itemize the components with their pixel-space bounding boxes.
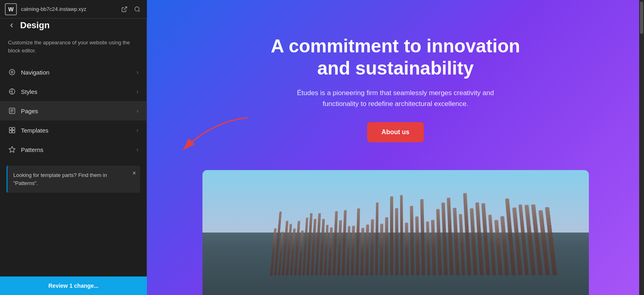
svg-marker-12 — [9, 147, 15, 152]
louver-bar — [346, 226, 351, 276]
svg-rect-9 — [12, 127, 15, 130]
louver-bar — [458, 214, 465, 275]
top-bar-icons — [120, 4, 142, 14]
louver-bar — [375, 202, 378, 275]
navigation-label: Navigation — [21, 69, 132, 76]
svg-point-1 — [9, 69, 15, 75]
review-changes-bar[interactable]: Review 1 change... — [0, 276, 147, 295]
pages-chevron: › — [136, 108, 138, 114]
louver-bar — [328, 227, 333, 276]
templates-label: Templates — [21, 127, 132, 134]
templates-chevron: › — [136, 127, 138, 133]
pages-label: Pages — [21, 108, 132, 114]
louver-bar — [446, 197, 453, 275]
patterns-label: Patterns — [21, 146, 132, 153]
back-button[interactable] — [8, 22, 15, 29]
notification-box: Looking for template parts? Find them in… — [6, 166, 140, 193]
louver-bar — [420, 199, 425, 275]
patterns-chevron: › — [136, 146, 138, 153]
louver-bar — [370, 219, 374, 276]
louver-bar — [410, 206, 414, 276]
hero-title: A commitment to innovation and sustainab… — [255, 35, 537, 79]
review-changes-label: Review 1 change... — [48, 283, 99, 289]
louver-bar — [436, 209, 442, 275]
sidebar-item-templates[interactable]: Templates › — [0, 120, 147, 140]
louver-bar — [351, 226, 355, 275]
notification-close-button[interactable]: × — [132, 170, 136, 177]
main-preview: A commitment to innovation and sustainab… — [147, 0, 644, 295]
external-link-icon[interactable] — [120, 4, 129, 14]
sidebar-title: Design — [20, 20, 50, 31]
sidebar-menu: Navigation › Styles › — [0, 62, 147, 295]
building-image — [202, 170, 589, 295]
louver-bar — [426, 221, 431, 275]
pages-icon — [8, 107, 16, 115]
louver-bar — [332, 211, 338, 276]
styles-chevron: › — [136, 88, 138, 95]
styles-icon — [8, 87, 16, 96]
sidebar-item-patterns[interactable]: Patterns › — [0, 140, 147, 159]
notification-text: Looking for template parts? Find them in… — [13, 172, 107, 186]
sidebar-item-styles[interactable]: Styles › — [0, 82, 147, 101]
hero-subtitle: Études is a pioneering firm that seamles… — [279, 87, 512, 109]
louver-bar — [385, 217, 388, 276]
sidebar-item-navigation[interactable]: Navigation › — [0, 62, 147, 82]
sidebar-description: Customize the appearance of your website… — [0, 39, 147, 62]
scrollbar[interactable] — [639, 0, 644, 295]
scrollbar-thumb[interactable] — [640, 2, 643, 34]
sidebar: W calming-bb7c24.instawp.xyz — [0, 0, 147, 295]
louver-bar — [452, 208, 459, 275]
louver-bar — [380, 224, 383, 276]
louver-bar — [390, 196, 393, 275]
louver-bar — [431, 220, 436, 275]
wp-logo[interactable]: W — [5, 3, 17, 15]
louver-bar — [360, 228, 364, 276]
louver-bar — [324, 224, 329, 276]
building-image-section — [202, 170, 589, 295]
navigation-chevron: › — [136, 69, 138, 75]
louver-bar — [395, 208, 398, 276]
louver-bar — [405, 223, 409, 276]
navigation-icon — [8, 68, 16, 76]
louver-bar — [441, 203, 447, 275]
svg-rect-10 — [9, 131, 12, 133]
svg-point-2 — [11, 71, 13, 73]
louver-bar — [341, 210, 346, 276]
svg-rect-8 — [9, 127, 12, 130]
sidebar-item-pages[interactable]: Pages › — [0, 101, 147, 120]
app-layout: W calming-bb7c24.instawp.xyz — [0, 0, 644, 295]
patterns-icon — [8, 145, 16, 154]
louver-bar — [400, 195, 403, 275]
svg-point-0 — [135, 7, 139, 11]
svg-rect-11 — [12, 131, 15, 133]
top-bar: W calming-bb7c24.instawp.xyz — [0, 0, 147, 19]
louver-bar — [415, 216, 419, 275]
templates-icon — [8, 126, 16, 134]
louver-bar — [337, 220, 342, 276]
louver-bar — [365, 224, 369, 275]
site-url: calming-bb7c24.instawp.xyz — [21, 6, 116, 12]
hero-section: A commitment to innovation and sustainab… — [147, 0, 644, 169]
search-icon[interactable] — [132, 4, 142, 14]
louver-bar — [355, 208, 360, 275]
about-us-button[interactable]: About us — [367, 122, 424, 142]
styles-label: Styles — [21, 88, 132, 95]
